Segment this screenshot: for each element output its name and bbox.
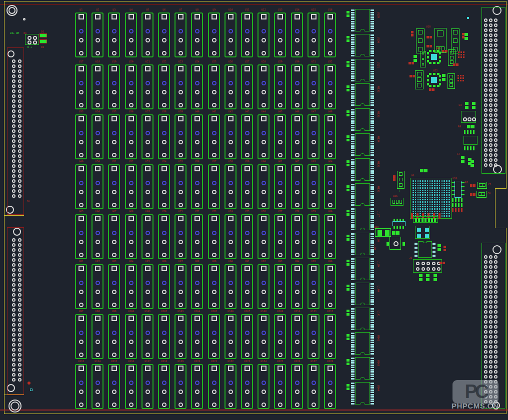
smd-res2h[interactable] xyxy=(429,88,434,91)
smd-pads4h[interactable] xyxy=(464,146,474,150)
pad-round xyxy=(96,240,100,244)
ref-label: U45 xyxy=(273,110,287,113)
smd-pads4h[interactable] xyxy=(452,208,462,212)
edge-connector[interactable] xyxy=(7,47,24,215)
ref-label: U41 xyxy=(207,110,221,113)
dip-ic[interactable] xyxy=(350,133,375,156)
smd-res2h[interactable] xyxy=(453,63,458,66)
dip-ic[interactable] xyxy=(350,332,375,355)
smd-cap3v[interactable] xyxy=(397,171,404,189)
pad xyxy=(370,333,374,334)
smd-cap3v[interactable] xyxy=(415,70,424,89)
dip-ic[interactable] xyxy=(350,258,375,280)
pad xyxy=(370,175,374,176)
smd-boxout[interactable] xyxy=(464,136,478,145)
smd-cap2rv[interactable] xyxy=(40,33,47,43)
pad xyxy=(370,387,374,389)
smd-term3[interactable] xyxy=(461,111,476,123)
bga-ball xyxy=(418,199,419,200)
smd-big2pad[interactable] xyxy=(375,228,391,237)
smd-pads2gv[interactable] xyxy=(419,274,422,281)
dip-ic[interactable] xyxy=(350,108,375,131)
dip-ic[interactable] xyxy=(350,158,375,181)
smd-cap2box[interactable] xyxy=(476,191,486,198)
smd-pads4h[interactable] xyxy=(452,198,462,202)
smd-conn3[interactable] xyxy=(390,198,404,206)
smd-res2h[interactable] xyxy=(470,184,476,187)
smd-pads2gv[interactable] xyxy=(426,274,430,281)
dip-ic[interactable] xyxy=(350,183,375,206)
smd-dip8[interactable] xyxy=(414,241,436,258)
smd-pads4h[interactable] xyxy=(452,203,462,207)
smd-grid9[interactable] xyxy=(458,51,464,58)
dip-ic[interactable] xyxy=(350,382,375,405)
smd-soic8h[interactable] xyxy=(392,219,406,229)
smd-pads2gv[interactable] xyxy=(461,156,464,163)
pad xyxy=(461,208,462,212)
ic-notch xyxy=(360,352,365,355)
pad xyxy=(370,193,374,194)
pad-round-blue xyxy=(262,231,266,235)
smd-res2h[interactable] xyxy=(408,62,414,64)
smd-pads2gh[interactable] xyxy=(392,231,400,235)
smd-qfn[interactable] xyxy=(427,73,441,87)
dip-ic[interactable] xyxy=(350,308,375,330)
smd-box4rings[interactable] xyxy=(25,34,39,45)
smd-pads2gv[interactable] xyxy=(442,74,446,81)
bga-ball xyxy=(436,183,438,184)
smd-cap3v[interactable] xyxy=(416,28,424,53)
pad-round xyxy=(489,305,492,309)
smd-res2v[interactable] xyxy=(462,33,464,38)
dip-ic[interactable] xyxy=(350,357,375,380)
smd-hdr2x5[interactable] xyxy=(413,259,442,273)
dip-ic[interactable] xyxy=(350,233,375,255)
smd-res2v[interactable] xyxy=(444,246,446,251)
pad-round xyxy=(12,323,16,327)
smd-cap2box[interactable] xyxy=(477,182,487,189)
smd-crystal[interactable] xyxy=(390,237,401,250)
smd-pads2gv[interactable] xyxy=(464,33,468,40)
smd-pads2gh[interactable] xyxy=(420,169,428,172)
smd-pads2gv[interactable] xyxy=(472,102,476,109)
smd-pads2gv[interactable] xyxy=(438,244,441,251)
smd-res2v[interactable] xyxy=(393,175,396,181)
pad-round xyxy=(18,164,22,168)
edge-connector[interactable] xyxy=(7,227,24,395)
dip-ic[interactable] xyxy=(350,283,375,305)
dip-ic[interactable] xyxy=(350,34,375,56)
dip-ic[interactable] xyxy=(350,59,375,81)
smd-soic8v[interactable] xyxy=(452,181,464,198)
ref-label: U27 xyxy=(240,60,254,63)
smd-res2h[interactable] xyxy=(440,262,445,264)
smd-pads4h[interactable] xyxy=(464,130,474,134)
smd-cap3v[interactable] xyxy=(448,73,455,89)
smd-res2h[interactable] xyxy=(470,193,476,196)
pad-round xyxy=(195,103,200,107)
ref-label: U116 xyxy=(124,360,138,363)
smd-res2v[interactable] xyxy=(411,31,414,36)
pad-round xyxy=(195,340,200,344)
smd-grid9[interactable] xyxy=(458,75,464,81)
smd-res2h[interactable] xyxy=(426,36,432,38)
smd-qfn[interactable] xyxy=(427,50,441,64)
pad-round xyxy=(228,90,233,94)
smd-qfn4[interactable] xyxy=(415,226,430,239)
dip-ic[interactable] xyxy=(350,208,375,230)
smd-res2h[interactable] xyxy=(426,45,432,47)
smd-pads2gv[interactable] xyxy=(414,55,417,62)
pad xyxy=(458,198,460,202)
dip-ic[interactable] xyxy=(350,83,375,106)
smd-pads2gv[interactable] xyxy=(465,102,468,109)
smd-conn7[interactable] xyxy=(413,216,438,223)
pad-round xyxy=(178,90,183,94)
smd-res2h[interactable] xyxy=(442,50,448,52)
dip-ic[interactable] xyxy=(350,9,375,31)
smd-pads2gv[interactable] xyxy=(434,274,437,281)
ref-label: U132 xyxy=(376,86,380,103)
pad-round xyxy=(484,23,488,27)
smd-res2h[interactable] xyxy=(410,75,415,77)
smd-pads2gv[interactable] xyxy=(470,160,474,167)
smd-cap3v[interactable] xyxy=(420,51,426,67)
pad xyxy=(439,56,441,58)
smd-pads2gh[interactable] xyxy=(467,125,474,128)
